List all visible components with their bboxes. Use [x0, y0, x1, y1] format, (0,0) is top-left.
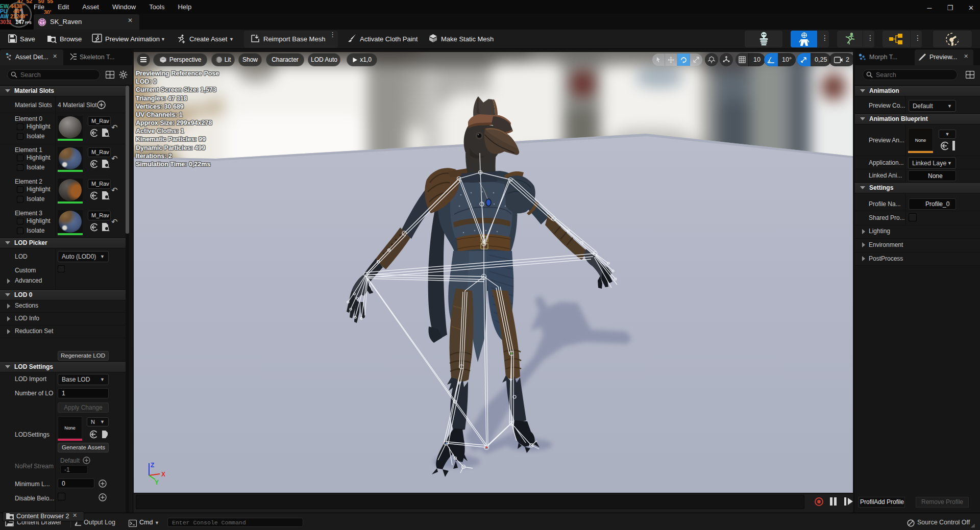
svg-text:Y: Y — [155, 479, 159, 486]
svg-text:X: X — [161, 471, 165, 478]
svg-text:Z: Z — [151, 462, 154, 469]
